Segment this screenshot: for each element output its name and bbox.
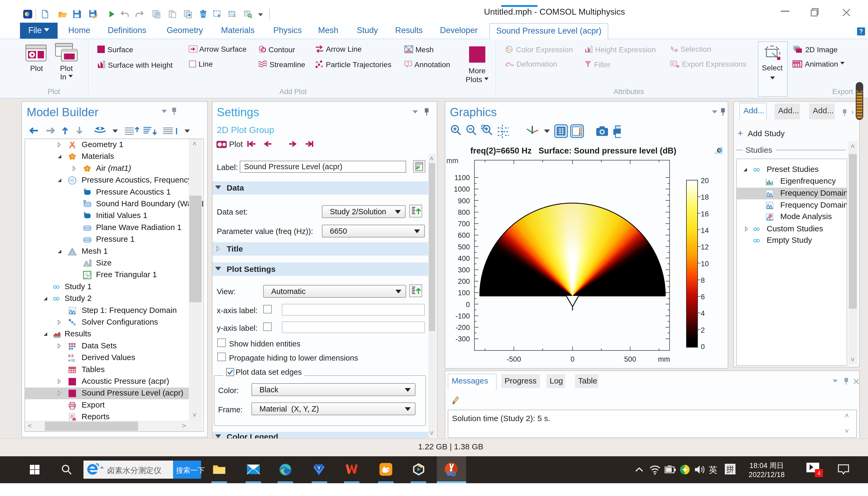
svg-text:V: V — [317, 465, 321, 470]
svg-text:T: T — [407, 62, 410, 66]
